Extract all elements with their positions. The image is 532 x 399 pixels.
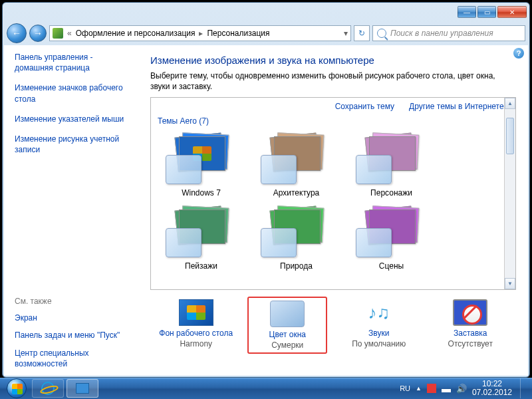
nav-toolbar: ← → « Оформление и персонализация ▸ Перс…	[3, 21, 529, 45]
see-also-taskbar[interactable]: Панель задач и меню "Пуск"	[15, 330, 133, 340]
theme-item[interactable]: Сцены	[346, 203, 436, 271]
theme-item[interactable]: Природа	[251, 203, 341, 271]
show-desktop-button[interactable]	[520, 378, 527, 398]
page-subtitle: Выберите тему, чтобы одновременно измени…	[150, 71, 516, 92]
more-themes-link[interactable]: Другие темы в Интернете ›	[409, 102, 509, 111]
themes-grid: Windows 7АрхитектураПерсонажиПейзажиПрир…	[151, 127, 515, 273]
volume-icon[interactable]: 🔊	[456, 384, 467, 394]
scrollbar[interactable]: ▲ ▼	[504, 98, 515, 289]
color-title: Цвет окна	[269, 330, 306, 339]
taskbar-controlpanel-button[interactable]	[66, 379, 98, 398]
theme-item[interactable]: Архитектура	[251, 130, 341, 198]
maximize-button[interactable]: ▭	[477, 6, 496, 18]
screensaver-button[interactable]: Заставка Отсутствует	[430, 297, 510, 354]
start-orb-icon	[7, 378, 27, 398]
theme-thumb	[352, 130, 432, 187]
see-also-label: См. также	[15, 297, 133, 306]
address-dropdown[interactable]: ▾	[344, 29, 348, 38]
start-button[interactable]	[3, 378, 31, 399]
address-bar[interactable]: « Оформление и персонализация ▸ Персонал…	[49, 25, 351, 41]
screensaver-icon	[453, 299, 487, 326]
color-sub: Сумерки	[271, 340, 303, 350]
content-area: ? Панель управления - домашняя страница …	[4, 45, 528, 376]
scroll-thumb[interactable]	[506, 118, 514, 154]
close-button[interactable]: ✕	[497, 6, 527, 18]
sidebar: Панель управления - домашняя страница Из…	[4, 45, 144, 376]
see-also-ease[interactable]: Центр специальных возможностей	[15, 348, 133, 369]
bg-sub: Harmony	[180, 339, 212, 348]
scroll-up-button[interactable]: ▲	[505, 98, 515, 109]
breadcrumb-2[interactable]: Персонализация	[207, 29, 269, 38]
system-tray: RU ▲ 🔊 10:22 07.02.2012	[400, 378, 529, 398]
sounds-button[interactable]: ♪♫ Звуки По умолчанию	[339, 297, 419, 354]
tray-expand-icon[interactable]: ▲	[416, 385, 422, 392]
breadcrumb-arrow: ▸	[199, 29, 203, 38]
sidebar-link-icons[interactable]: Изменение значков рабочего стола	[15, 82, 133, 104]
main-panel: Изменение изображения и звука на компьют…	[144, 45, 528, 376]
save-theme-link[interactable]: Сохранить тему	[335, 102, 394, 111]
explorer-window: — ▭ ✕ ← → « Оформление и персонализация …	[2, 2, 530, 378]
scr-sub: Отсутствует	[448, 339, 493, 348]
taskbar: RU ▲ 🔊 10:22 07.02.2012	[0, 378, 532, 399]
forward-button[interactable]: →	[29, 25, 47, 42]
theme-name: Пейзажи	[185, 261, 217, 271]
sidebar-link-account-pic[interactable]: Изменение рисунка учетной записи	[15, 134, 133, 155]
refresh-button[interactable]: ↻	[354, 25, 370, 41]
theme-name: Сцены	[379, 261, 404, 271]
control-panel-icon	[53, 28, 63, 39]
sounds-icon: ♪♫	[362, 299, 396, 326]
sidebar-link-pointers[interactable]: Изменение указателей мыши	[15, 114, 133, 124]
back-button[interactable]: ←	[7, 23, 27, 43]
theme-name: Архитектура	[273, 188, 320, 198]
ie-icon	[41, 382, 55, 395]
clock[interactable]: 10:22 07.02.2012	[472, 380, 512, 397]
page-title: Изменение изображения и звука на компьют…	[150, 55, 516, 66]
titlebar: — ▭ ✕	[3, 3, 529, 21]
scroll-down-button[interactable]: ▼	[505, 278, 515, 289]
window-color-button[interactable]: Цвет окна Сумерки	[247, 297, 327, 354]
desktop-background-button[interactable]: Фон рабочего стола Harmony	[156, 297, 236, 354]
theme-group-label: Темы Aero (7)	[151, 115, 515, 127]
theme-name: Персонажи	[370, 188, 412, 198]
network-icon[interactable]	[442, 384, 451, 392]
search-input[interactable]: Поиск в панели управления	[372, 25, 525, 41]
theme-thumb	[352, 203, 432, 260]
scr-title: Заставка	[454, 329, 487, 338]
theme-thumb	[162, 130, 241, 187]
theme-thumb	[162, 203, 241, 260]
language-indicator[interactable]: RU	[400, 384, 410, 392]
desktop-bg-icon	[179, 299, 213, 326]
settings-row: Фон рабочего стола Harmony Цвет окна Сум…	[150, 297, 516, 354]
window-color-icon	[270, 301, 305, 327]
action-center-icon[interactable]	[427, 384, 436, 393]
theme-item[interactable]: Персонажи	[346, 130, 436, 198]
theme-thumb	[257, 130, 336, 187]
taskbar-ie-button[interactable]	[32, 379, 64, 398]
clock-date: 07.02.2012	[472, 388, 512, 397]
minimize-button[interactable]: —	[458, 6, 476, 18]
theme-name: Природа	[280, 261, 313, 271]
theme-name: Windows 7	[182, 188, 221, 198]
search-icon	[377, 29, 386, 38]
theme-item[interactable]: Пейзажи	[156, 203, 246, 271]
theme-item[interactable]: Windows 7	[156, 130, 246, 198]
search-placeholder: Поиск в панели управления	[390, 29, 493, 38]
sidebar-home-link[interactable]: Панель управления - домашняя страница	[15, 52, 133, 73]
theme-thumb	[257, 203, 336, 260]
breadcrumb-1[interactable]: Оформление и персонализация	[76, 29, 196, 38]
breadcrumb-sep: «	[67, 29, 72, 38]
control-panel-taskbar-icon	[76, 383, 89, 394]
bg-title: Фон рабочего стола	[159, 329, 233, 338]
see-also-display[interactable]: Экран	[15, 313, 133, 323]
sounds-sub: По умолчанию	[352, 339, 406, 348]
themes-container: Сохранить тему Другие темы в Интернете ›…	[150, 97, 516, 290]
sounds-title: Звуки	[368, 329, 389, 338]
